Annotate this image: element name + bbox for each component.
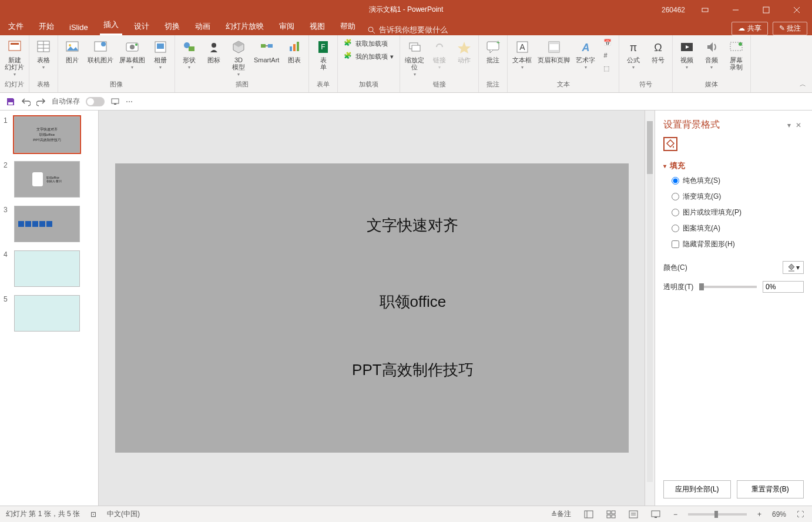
date-time-button[interactable]: 📅 (601, 38, 615, 49)
tab-view[interactable]: 视图 (306, 19, 328, 35)
slide-counter[interactable]: 幻灯片 第 1 张，共 5 张 (6, 509, 80, 519)
forms-button[interactable]: F表单 (313, 38, 334, 72)
gradient-fill-radio[interactable]: 渐变填充(G) (672, 192, 804, 202)
comments-button[interactable]: ✎ 批注 (773, 22, 807, 35)
fit-to-window-button[interactable]: ⛶ (794, 509, 806, 520)
zoom-level[interactable]: 69% (772, 510, 786, 518)
tab-insert[interactable]: 插入 (100, 17, 122, 35)
zoom-button[interactable]: 缩放定位▾ (404, 38, 425, 78)
autosave-toggle[interactable] (86, 97, 105, 106)
current-slide[interactable]: 文字快速对齐 职领office PPT高效制作技巧 (115, 163, 629, 453)
slide-text-1[interactable]: 文字快速对齐 (367, 215, 458, 236)
link-button[interactable]: 链接▾ (429, 38, 450, 71)
tab-transition[interactable]: 切换 (161, 19, 183, 35)
comment-button[interactable]: +批注 (482, 38, 504, 65)
save-button[interactable] (6, 97, 15, 106)
slide-sorter-button[interactable] (604, 509, 618, 520)
transparency-input[interactable] (763, 281, 804, 293)
ribbon-group-tables: 表格▾ 表格 (29, 35, 58, 92)
zoom-out-button[interactable]: − (671, 509, 680, 520)
maximize-button[interactable] (756, 0, 777, 19)
equation-button[interactable]: π公式▾ (623, 38, 644, 71)
action-button[interactable]: 动作 (454, 38, 475, 65)
slide-number-button[interactable]: # (601, 51, 615, 62)
tab-slideshow[interactable]: 幻灯片放映 (222, 19, 267, 35)
audio-button[interactable]: 音频▾ (701, 38, 722, 71)
tab-design[interactable]: 设计 (130, 19, 153, 35)
slide-thumbnail-3[interactable] (14, 206, 80, 242)
hide-bg-checkbox[interactable]: 隐藏背景图形(H) (672, 239, 804, 249)
apply-to-all-button[interactable]: 应用到全部(L) (663, 480, 731, 498)
share-button[interactable]: ☁ 共享 (732, 22, 767, 35)
screenshot-button[interactable]: 屏幕截图▾ (118, 38, 146, 71)
pane-close-button[interactable]: ✕ (793, 121, 804, 129)
svg-rect-49 (112, 99, 119, 103)
new-slide-button[interactable]: 新建幻灯片▾ (4, 38, 25, 78)
tab-file[interactable]: 文件 (5, 19, 27, 35)
notes-button[interactable]: ≙ 备注 (549, 508, 573, 520)
pattern-fill-radio[interactable]: 图案填充(A) (672, 223, 804, 233)
slideshow-view-button[interactable] (649, 509, 663, 520)
slide-thumbnail-2[interactable]: 职领office创始人·曹川 (14, 161, 80, 198)
close-button[interactable] (786, 0, 807, 19)
textbox-button[interactable]: A文本框▾ (511, 38, 533, 71)
vertical-scrollbar[interactable] (645, 111, 655, 506)
table-button[interactable]: 表格▾ (33, 38, 54, 71)
svg-rect-58 (629, 511, 637, 518)
accessibility-button[interactable]: ⊡ (88, 509, 99, 520)
fill-section-header[interactable]: 填充 (663, 160, 804, 171)
picture-fill-radio[interactable]: 图片或纹理填充(P) (672, 208, 804, 218)
photo-album-button[interactable]: 相册▾ (150, 38, 171, 71)
pictures-button[interactable]: 图片 (62, 38, 83, 65)
slide-thumbnail-5[interactable] (14, 295, 80, 332)
tab-help[interactable]: 帮助 (337, 19, 359, 35)
svg-rect-54 (607, 511, 610, 514)
tab-animation[interactable]: 动画 (192, 19, 214, 35)
3d-models-button[interactable]: 3D模型▾ (228, 38, 249, 78)
slide-text-3[interactable]: PPT高效制作技巧 (352, 360, 474, 380)
screen-recording-button[interactable]: 屏幕录制 (726, 38, 747, 72)
my-addins-button[interactable]: 🧩我的加载项▾ (341, 51, 396, 62)
slide-thumbnail-1[interactable]: 文字快速对齐职领officePPT高效制作技巧 (14, 116, 80, 153)
slide-thumbnail-4[interactable] (14, 250, 80, 287)
solid-fill-radio[interactable]: 纯色填充(S) (672, 176, 804, 186)
shapes-button[interactable]: 形状▾ (179, 38, 200, 71)
from-beginning-button[interactable] (110, 97, 120, 106)
ribbon-display-options[interactable] (694, 0, 716, 19)
zoom-slider[interactable] (688, 513, 747, 516)
svg-rect-51 (788, 270, 794, 272)
slide-canvas-area[interactable]: 文字快速对齐 职领office PPT高效制作技巧 (99, 111, 645, 506)
smartart-button[interactable]: SmartArt (253, 38, 280, 65)
wordart-button[interactable]: A艺术字▾ (575, 38, 596, 71)
tab-home[interactable]: 开始 (35, 19, 58, 35)
object-button[interactable]: ⬚ (601, 63, 615, 75)
chart-button[interactable]: 图表 (284, 38, 305, 65)
normal-view-button[interactable] (582, 509, 596, 520)
online-pictures-button[interactable]: 联机图片 (86, 38, 115, 65)
zoom-in-button[interactable]: + (755, 509, 764, 520)
tab-review[interactable]: 审阅 (276, 19, 298, 35)
header-footer-button[interactable]: 页眉和页脚 (536, 38, 571, 65)
language-indicator[interactable]: 中文(中国) (107, 509, 140, 519)
get-addins-button[interactable]: 🧩获取加载项 (341, 38, 396, 49)
slide-thumbnails-panel[interactable]: 1文字快速对齐职领officePPT高效制作技巧 2职领office创始人·曹川… (0, 111, 99, 506)
collapse-ribbon-button[interactable]: ︿ (794, 76, 812, 92)
qat-customize[interactable]: ⋯ (126, 98, 133, 106)
reading-view-button[interactable] (626, 509, 640, 520)
tell-me-search[interactable]: 告诉我你想要做什么 (367, 25, 448, 35)
slide-text-2[interactable]: 职领office (380, 292, 447, 312)
minimize-button[interactable] (725, 0, 746, 19)
video-button[interactable]: 视频▾ (676, 38, 697, 71)
color-label: 颜色(C) (663, 263, 687, 273)
undo-button[interactable] (21, 97, 31, 106)
pane-options-button[interactable]: ▾ (785, 121, 793, 129)
tab-islide[interactable]: iSlide (66, 21, 92, 35)
reset-background-button[interactable]: 重置背景(B) (737, 480, 804, 498)
transparency-slider[interactable] (699, 286, 757, 288)
redo-button[interactable] (36, 97, 46, 106)
symbol-button[interactable]: Ω符号 (647, 38, 669, 65)
color-picker-button[interactable]: ▾ (783, 261, 804, 274)
icons-button[interactable]: 图标 (203, 38, 224, 65)
fill-tab-icon[interactable] (663, 137, 677, 151)
format-background-pane: 设置背景格式 ▾ ✕ 填充 纯色填充(S) 渐变填充(G) 图片或纹理填充(P)… (655, 111, 812, 506)
